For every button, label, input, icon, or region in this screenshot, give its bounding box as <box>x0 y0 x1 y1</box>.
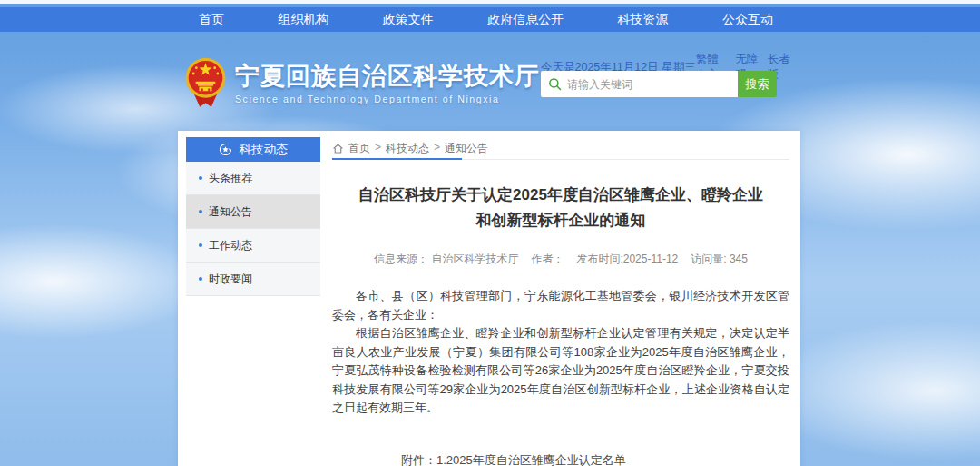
article: 首页>科技动态>通知公告 自治区科技厅关于认定2025年度自治区雏鹰企业、瞪羚企… <box>332 137 789 466</box>
meta-publish-time: 发布时间:2025-11-12 <box>576 252 678 267</box>
bullet-dot-icon <box>199 176 202 180</box>
sidebar-header: 科技动态 <box>186 137 320 162</box>
breadcrumb-item[interactable]: 首页 <box>348 141 370 156</box>
main-content-panel: 科技动态 头条推荐通知公告工作动态时政要闻 首页>科技动态>通知公告 自治区科技… <box>178 131 800 466</box>
attachments-section: 附件： 1.2025年度自治区雏鹰企业认定名单2.2025年度自治区瞪羚企业认定… <box>401 451 789 466</box>
site-subtitle: Science and Technology Department of Nin… <box>235 94 540 104</box>
sidebar-item-工作动态[interactable]: 工作动态 <box>186 229 320 263</box>
search-button[interactable]: 搜索 <box>738 71 777 97</box>
article-meta: 信息来源： 自治区科学技术厅 作者： 发布时间:2025-11-12 访问量: … <box>332 252 789 267</box>
home-icon <box>332 143 344 154</box>
sidebar-item-label: 工作动态 <box>209 238 252 253</box>
nav-item[interactable]: 科技资源 <box>612 12 674 28</box>
sidebar-item-label: 通知公告 <box>209 204 252 220</box>
attachment-item[interactable]: 1.2025年度自治区雏鹰企业认定名单 <box>436 451 662 466</box>
nav-item[interactable]: 组织机构 <box>272 12 334 28</box>
breadcrumb: 首页>科技动态>通知公告 <box>332 137 789 160</box>
article-title: 自治区科技厅关于认定2025年度自治区雏鹰企业、瞪羚企业 和创新型标杆企业的通知 <box>332 183 789 233</box>
meta-source: 信息来源： 自治区科学技术厅 <box>374 252 518 267</box>
sidebar-menu: 头条推荐通知公告工作动态时政要闻 <box>186 162 320 296</box>
meta-visits: 访问量: 345 <box>691 252 748 267</box>
article-paragraph: 各市、县（区）科技管理部门，宁东能源化工基地管委会，银川经济技术开发区管委会，各… <box>332 287 789 324</box>
breadcrumb-active-underline <box>332 158 462 160</box>
nav-item[interactable]: 公众互动 <box>717 12 779 28</box>
article-paragraph: 根据自治区雏鹰企业、瞪羚企业和创新型标杆企业认定管理有关规定，决定认定半亩良人农… <box>332 324 789 418</box>
attachment-list: 1.2025年度自治区雏鹰企业认定名单2.2025年度自治区瞪羚企业认定名单3.… <box>436 451 662 466</box>
sidebar-item-时政要闻[interactable]: 时政要闻 <box>186 263 320 296</box>
search-input[interactable] <box>567 78 726 91</box>
top-navigation: 首页组织机构政策文件政府信息公开科技资源公众互动 <box>0 7 980 32</box>
breadcrumb-item[interactable]: 科技动态 <box>386 141 429 156</box>
breadcrumb-separator: > <box>434 141 440 156</box>
meta-author: 作者： <box>531 252 564 267</box>
header-banner: 宁夏回族自治区科学技术厅 Science and Technology Depa… <box>0 32 980 131</box>
sidebar-item-label: 头条推荐 <box>209 171 252 186</box>
nav-items: 首页组织机构政策文件政府信息公开科技资源公众互动 <box>193 7 779 32</box>
sidebar-item-label: 时政要闻 <box>209 272 252 287</box>
sidebar-title: 科技动态 <box>240 142 289 158</box>
sidebar: 科技动态 头条推荐通知公告工作动态时政要闻 <box>186 137 320 296</box>
nav-item[interactable]: 首页 <box>193 12 230 28</box>
site-brand[interactable]: 宁夏回族自治区科学技术厅 Science and Technology Depa… <box>184 57 540 110</box>
breadcrumb-item[interactable]: 通知公告 <box>445 141 488 156</box>
breadcrumb-separator: > <box>375 141 381 156</box>
bullet-dot-icon <box>199 243 202 247</box>
nav-item[interactable]: 政府信息公开 <box>482 12 569 28</box>
attachments-label: 附件： <box>401 451 436 466</box>
sidebar-item-通知公告[interactable]: 通知公告 <box>186 195 320 229</box>
national-emblem-logo <box>184 57 227 110</box>
sidebar-item-头条推荐[interactable]: 头条推荐 <box>186 162 320 195</box>
search-icon <box>548 77 562 91</box>
nav-item[interactable]: 政策文件 <box>377 12 439 28</box>
site-title: 宁夏回族自治区科学技术厅 <box>235 63 540 90</box>
bullet-dot-icon <box>199 277 202 281</box>
breadcrumb-items: 首页>科技动态>通知公告 <box>348 141 488 156</box>
article-body: 各市、县（区）科技管理部门，宁东能源化工基地管委会，银川经济技术开发区管委会，各… <box>332 287 789 418</box>
search-box <box>541 71 738 97</box>
bullet-dot-icon <box>199 210 202 213</box>
star-circle-icon <box>219 143 232 156</box>
